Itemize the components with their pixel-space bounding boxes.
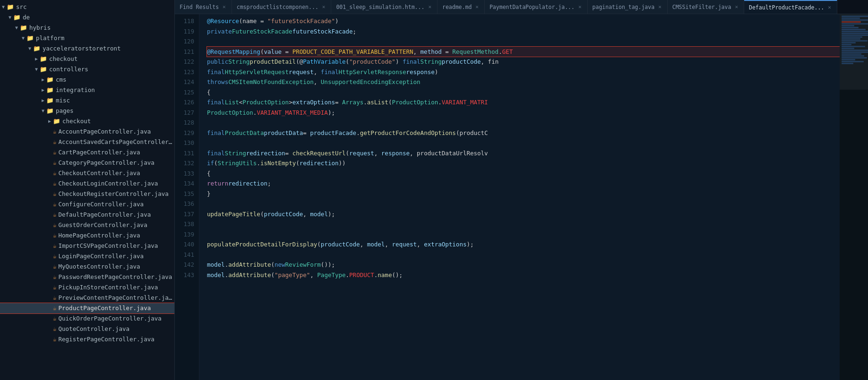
tree-label-ImportCSVPageController: ImportCSVPageController.java bbox=[59, 241, 158, 251]
tree-item-PickupInStoreController[interactable]: ☕PickupInStoreController.java bbox=[0, 282, 174, 293]
tree-item-integration[interactable]: ▶📁integration bbox=[0, 85, 174, 95]
tree-label-LoginPageController: LoginPageController.java bbox=[59, 252, 144, 261]
java-file-icon: ☕ bbox=[53, 148, 57, 157]
tree-label-AccountPageController: AccountPageController.java bbox=[59, 127, 151, 136]
tree-item-LoginPageController[interactable]: ☕LoginPageController.java bbox=[0, 251, 174, 262]
java-file-icon: ☕ bbox=[53, 283, 57, 292]
java-file-icon: ☕ bbox=[53, 252, 57, 261]
code-line-137: updatePageTitle(productCode, model); bbox=[207, 209, 840, 220]
tree-item-src[interactable]: ▼📁src bbox=[0, 2, 174, 12]
tree-label-DefaultPageController: DefaultPageController.java bbox=[59, 210, 151, 220]
tab-close-paymentdatapopulator[interactable]: ✕ bbox=[577, 4, 583, 10]
tree-arrow-controllers: ▼ bbox=[33, 66, 40, 73]
minimap-line-129 bbox=[842, 36, 862, 38]
tree-item-QuickOrderPageController[interactable]: ☕QuickOrderPageController.java bbox=[0, 313, 174, 324]
minimap-line-120 bbox=[842, 19, 868, 21]
tab-close-find-results[interactable]: ✕ bbox=[222, 4, 227, 10]
tree-item-pages[interactable]: ▼📁pages bbox=[0, 106, 174, 116]
java-file-icon: ☕ bbox=[53, 241, 57, 251]
folder-icon: 📁 bbox=[20, 23, 27, 33]
tab-label-pagination-tag: pagination_tag.java bbox=[593, 4, 655, 10]
tree-item-CheckoutController[interactable]: ☕CheckoutController.java bbox=[0, 168, 174, 178]
tree-item-misc[interactable]: ▶📁misc bbox=[0, 95, 174, 106]
java-file-icon: ☕ bbox=[53, 324, 57, 334]
tree-item-de[interactable]: ▼📁de bbox=[0, 12, 174, 23]
tree-item-DefaultPageController[interactable]: ☕DefaultPageController.java bbox=[0, 210, 174, 220]
line-number-141: 141 bbox=[175, 250, 194, 260]
line-number-133: 133 bbox=[175, 169, 194, 179]
tree-item-CheckoutLoginController[interactable]: ☕CheckoutLoginController.java bbox=[0, 178, 174, 189]
tree-label-hybris: hybris bbox=[29, 23, 51, 33]
code-line-124: throws CMSItemNotFoundException, Unsuppo… bbox=[207, 77, 840, 87]
tree-item-hybris[interactable]: ▼📁hybris bbox=[0, 23, 174, 33]
tree-item-platform[interactable]: ▼📁platform bbox=[0, 33, 174, 43]
code-line-131: final String redirection = checkRequestU… bbox=[207, 148, 840, 159]
tab-close-pagination-tag[interactable]: ✕ bbox=[657, 4, 662, 10]
line-number-131: 131 bbox=[175, 148, 194, 159]
tree-item-MyQuotesController[interactable]: ☕MyQuotesController.java bbox=[0, 262, 174, 272]
tab-close-defaultproductfacade[interactable]: ✕ bbox=[827, 4, 832, 10]
tree-item-ImportCSVPageController[interactable]: ☕ImportCSVPageController.java bbox=[0, 241, 174, 251]
tree-item-controllers[interactable]: ▼📁controllers bbox=[0, 64, 174, 75]
tree-item-HomePageController[interactable]: ☕HomePageController.java bbox=[0, 230, 174, 241]
tree-item-checkout[interactable]: ▶📁checkout bbox=[0, 54, 174, 64]
tab-paymentdatapopulator[interactable]: PaymentDataPopulator.ja...✕ bbox=[485, 0, 588, 14]
tab-bar[interactable]: Find Results✕cmsproductlistcomponen...✕0… bbox=[175, 0, 868, 14]
line-number-142: 142 bbox=[175, 260, 194, 270]
tree-label-src: src bbox=[16, 2, 27, 12]
tab-find-results[interactable]: Find Results✕ bbox=[175, 0, 232, 14]
tree-label-QuoteController: QuoteController.java bbox=[59, 324, 130, 334]
tree-item-AccountPageController[interactable]: ☕AccountPageController.java bbox=[0, 127, 174, 137]
tree-item-yacceleratorsf[interactable]: ▼📁yacceleratorstoretront bbox=[0, 43, 174, 54]
tree-item-checkout2[interactable]: ▶📁checkout bbox=[0, 116, 174, 127]
tab-readme[interactable]: readme.md✕ bbox=[438, 0, 485, 14]
tab-defaultproductfacade[interactable]: DefaultProductFacade...✕ bbox=[744, 0, 837, 14]
tree-item-RegisterPageController[interactable]: ☕RegisterPageController.java bbox=[0, 334, 174, 345]
line-number-136: 136 bbox=[175, 199, 194, 209]
tab-cmsproductlistcomponent[interactable]: cmsproductlistcomponen...✕ bbox=[232, 0, 332, 14]
minimap-line-134 bbox=[842, 46, 865, 47]
minimap-line-131 bbox=[842, 40, 868, 42]
tree-item-CheckoutRegisterController[interactable]: ☕CheckoutRegisterController.java bbox=[0, 189, 174, 199]
code-line-142: model.addAttribute(new ReviewForm()); bbox=[207, 260, 840, 270]
code-line-141 bbox=[207, 250, 840, 260]
tree-label-ProductPageController: ProductPageController.java bbox=[59, 304, 151, 313]
line-number-137: 137 bbox=[175, 209, 194, 220]
tree-item-PasswordResetPageController[interactable]: ☕PasswordResetPageController.java bbox=[0, 272, 174, 282]
tab-close-sleep-simulation[interactable]: ✕ bbox=[427, 4, 432, 10]
minimap-line-135 bbox=[842, 48, 854, 49]
code-line-121: @RequestMapping(value = PRODUCT_CODE_PAT… bbox=[207, 47, 840, 57]
tab-label-cmssitefilter: CMSSiteFilter.java bbox=[672, 4, 731, 10]
java-file-icon: ☕ bbox=[53, 158, 57, 168]
tree-item-AccountSavedCartsPageController[interactable]: ☕AccountSavedCartsPageController.java bbox=[0, 137, 174, 147]
tab-close-readme[interactable]: ✕ bbox=[474, 4, 480, 10]
tree-label-cms: cms bbox=[56, 75, 67, 84]
tree-label-CheckoutLoginController: CheckoutLoginController.java bbox=[59, 179, 158, 188]
file-tree[interactable]: ▼📁src▼📁de▼📁hybris▼📁platform▼📁yaccelerato… bbox=[0, 0, 175, 380]
folder-icon: 📁 bbox=[46, 85, 54, 95]
tree-arrow-yacceleratorsf: ▼ bbox=[26, 45, 33, 52]
code-editor[interactable]: @Resource(name = "futureStockFacade") pr… bbox=[199, 14, 840, 380]
folder-icon: 📁 bbox=[13, 13, 21, 22]
tree-label-CartPageController: CartPageController.java bbox=[59, 148, 140, 157]
line-number-134: 134 bbox=[175, 178, 194, 189]
tree-item-cms[interactable]: ▶📁cms bbox=[0, 75, 174, 85]
line-number-118: 118 bbox=[175, 16, 194, 26]
tree-item-PreviewContentPageController[interactable]: ☕PreviewContentPageController.java bbox=[0, 293, 174, 303]
tab-pagination-tag[interactable]: pagination_tag.java✕ bbox=[588, 0, 668, 14]
tree-item-ProductPageController[interactable]: ☕ProductPageController.java bbox=[0, 303, 174, 313]
tree-item-GuestOrderController[interactable]: ☕GuestOrderController.java bbox=[0, 220, 174, 230]
line-number-143: 143 bbox=[175, 270, 194, 280]
tab-close-cmssitefilter[interactable]: ✕ bbox=[734, 4, 739, 10]
tab-close-cmsproductlistcomponent[interactable]: ✕ bbox=[321, 4, 327, 10]
tree-item-CategoryPageController[interactable]: ☕CategoryPageController.java bbox=[0, 158, 174, 168]
tree-item-CartPageController[interactable]: ☕CartPageController.java bbox=[0, 147, 174, 158]
folder-icon: 📁 bbox=[26, 34, 34, 43]
folder-icon: 📁 bbox=[40, 54, 47, 64]
tab-cmssitefilter[interactable]: CMSSiteFilter.java✕ bbox=[668, 0, 744, 14]
tree-label-GuestOrderController: GuestOrderController.java bbox=[59, 220, 147, 230]
tree-item-ConfigureController[interactable]: ☕ConfigureController.java bbox=[0, 199, 174, 210]
tree-item-QuoteController[interactable]: ☕QuoteController.java bbox=[0, 324, 174, 334]
line-number-129: 129 bbox=[175, 128, 194, 138]
tab-sleep-simulation[interactable]: 001_sleep_simulation.htm...✕ bbox=[331, 0, 438, 14]
